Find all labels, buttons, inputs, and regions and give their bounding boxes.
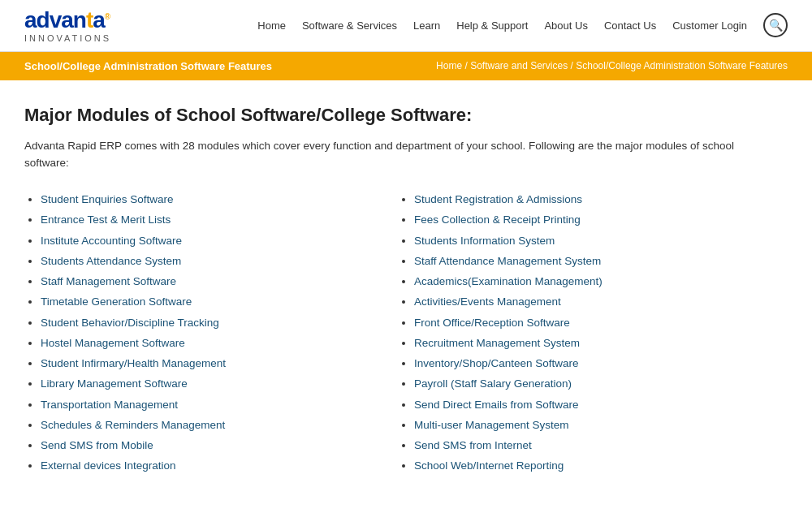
breadcrumb-home[interactable]: Home <box>436 60 462 71</box>
list-item: Send SMS from Internet <box>414 438 755 454</box>
modules-right-list: Student Registration & AdmissionsFees Co… <box>398 192 755 475</box>
breadcrumb-software-services[interactable]: Software and Services <box>470 60 568 71</box>
modules-container: Student Enquiries SoftwareEntrance Test … <box>24 192 771 479</box>
list-item: School Web/Internet Reporting <box>414 458 755 474</box>
list-item: Send SMS from Mobile <box>41 438 382 454</box>
list-item: Schedules & Reminders Management <box>41 417 382 433</box>
modules-right-col: Student Registration & AdmissionsFees Co… <box>398 192 771 479</box>
page-title: School/College Administration Software F… <box>24 60 272 72</box>
list-item: Student Behavior/Discipline Tracking <box>41 315 382 331</box>
list-item: Academics(Examination Management) <box>414 274 755 290</box>
list-item: Recruitment Management System <box>414 335 755 351</box>
list-item: Multi-user Management System <box>414 417 755 433</box>
list-item: External devices Integration <box>41 458 382 474</box>
nav-home[interactable]: Home <box>251 16 292 35</box>
list-item: Student Infirmary/Health Management <box>41 356 382 372</box>
nav-about-us[interactable]: About Us <box>538 16 594 35</box>
intro-text: Advanta Rapid ERP comes with 28 modules … <box>24 137 771 172</box>
logo: advanta® INNOVATIONS <box>24 8 111 43</box>
nav-help-support[interactable]: Help & Support <box>450 16 534 35</box>
list-item: Timetable Generation Software <box>41 294 382 310</box>
breadcrumb: Home / Software and Services / School/Co… <box>436 60 788 71</box>
list-item: Send Direct Emails from Software <box>414 397 755 413</box>
nav-learn[interactable]: Learn <box>407 16 447 35</box>
list-item: Institute Accounting Software <box>41 233 382 249</box>
section-heading: Major Modules of School Software/College… <box>24 105 771 126</box>
search-button[interactable]: 🔍 <box>763 13 788 37</box>
list-item: Entrance Test & Merit Lists <box>41 212 382 228</box>
site-header: advanta® INNOVATIONS Home Software & Ser… <box>0 0 812 52</box>
list-item: Staff Management Software <box>41 274 382 290</box>
list-item: Fees Collection & Receipt Printing <box>414 212 755 228</box>
list-item: Front Office/Reception Software <box>414 315 755 331</box>
modules-left-col: Student Enquiries SoftwareEntrance Test … <box>24 192 398 479</box>
list-item: Students Attendance System <box>41 253 382 269</box>
list-item: Payroll (Staff Salary Generation) <box>414 376 755 392</box>
list-item: Hostel Management Software <box>41 335 382 351</box>
nav-software-services[interactable]: Software & Services <box>296 16 404 35</box>
list-item: Transportation Management <box>41 397 382 413</box>
breadcrumb-bar: School/College Administration Software F… <box>0 52 812 80</box>
list-item: Student Enquiries Software <box>41 192 382 208</box>
logo-advanta: advanta® <box>24 8 111 33</box>
main-content: Major Modules of School Software/College… <box>0 80 796 511</box>
list-item: Students Information System <box>414 233 755 249</box>
list-item: Inventory/Shop/Canteen Software <box>414 356 755 372</box>
list-item: Staff Attendance Management System <box>414 253 755 269</box>
list-item: Activities/Events Management <box>414 294 755 310</box>
list-item: Library Management Software <box>41 376 382 392</box>
logo-innovations: INNOVATIONS <box>24 33 111 43</box>
main-nav: Home Software & Services Learn Help & Su… <box>251 13 788 37</box>
modules-left-list: Student Enquiries SoftwareEntrance Test … <box>24 192 382 475</box>
nav-contact-us[interactable]: Contact Us <box>598 16 663 35</box>
nav-customer-login[interactable]: Customer Login <box>666 16 754 35</box>
list-item: Student Registration & Admissions <box>414 192 755 208</box>
